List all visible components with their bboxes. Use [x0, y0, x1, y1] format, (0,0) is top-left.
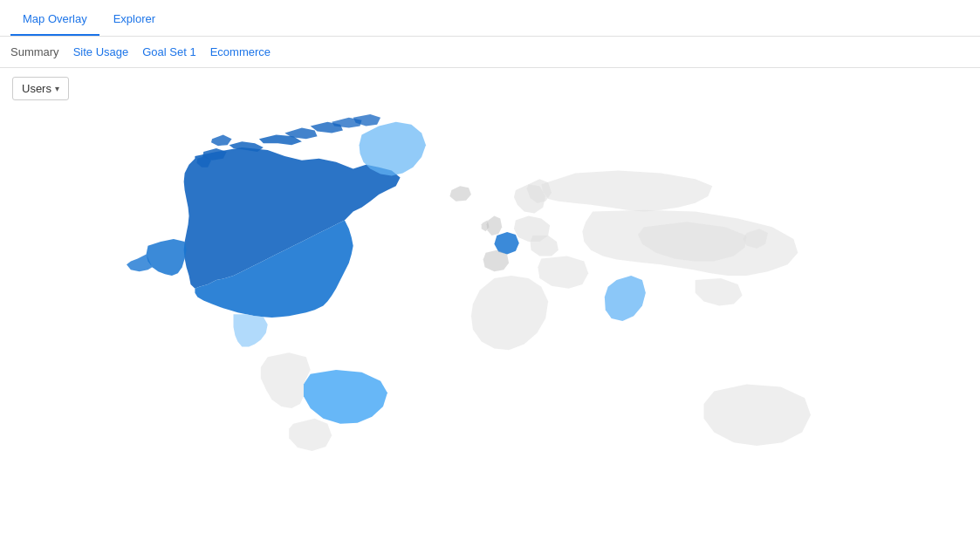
map-container	[0, 109, 980, 533]
subtab-ecommerce[interactable]: Ecommerce	[210, 40, 271, 64]
tab-map-overlay[interactable]: Map Overlay	[10, 3, 99, 36]
dropdown-arrow-icon: ▾	[55, 84, 59, 93]
toolbar: Users ▾	[0, 68, 980, 109]
top-tabs-bar: Map Overlay Explorer	[0, 0, 980, 37]
tab-explorer[interactable]: Explorer	[101, 3, 168, 36]
subtab-summary[interactable]: Summary	[10, 40, 59, 64]
metric-dropdown[interactable]: Users ▾	[12, 77, 69, 100]
metric-label: Users	[22, 82, 51, 95]
world-map-svg	[0, 109, 980, 533]
sub-tabs-bar: Summary Site Usage Goal Set 1 Ecommerce	[0, 37, 980, 68]
subtab-goal-set-1[interactable]: Goal Set 1	[142, 40, 195, 64]
subtab-site-usage[interactable]: Site Usage	[73, 40, 129, 64]
